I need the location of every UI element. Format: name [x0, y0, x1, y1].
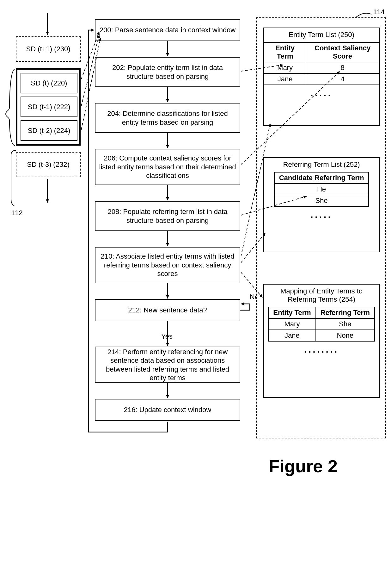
sd-row-0-label: SD (t) (220) — [31, 79, 67, 88]
mapping-cell: Mary — [268, 318, 315, 330]
entity-term-header-1: Context Saliency Score — [306, 42, 379, 62]
referring-term-table: Candidate Referring Term He She — [274, 172, 369, 207]
mapping-dots: ........ — [264, 345, 379, 355]
sd-row-2: SD (t-2) (224) — [21, 120, 77, 141]
step-202-text: 202: Populate entity term list in data s… — [99, 63, 236, 81]
table-row: Jane None — [268, 330, 374, 341]
sd-row-1: SD (t-1) (222) — [21, 97, 77, 117]
mapping-panel: Mapping of Entity Terms to Referring Ter… — [263, 284, 380, 398]
referring-term-cell: She — [274, 195, 369, 206]
data-structure-panel: Entity Term List (250) Entity Term Conte… — [256, 17, 386, 438]
step-202: 202: Populate entity term list in data s… — [95, 57, 240, 87]
referring-term-cell: He — [274, 184, 369, 195]
sd-row-1-label: SD (t-1) (222) — [28, 103, 70, 111]
figure-label: Figure 2 — [269, 456, 338, 476]
sd-t-plus-1: SD (t+1) (230) — [16, 36, 81, 62]
entity-list-dots: ..... — [264, 88, 379, 98]
entity-term-list-panel: Entity Term List (250) Entity Term Conte… — [263, 28, 380, 126]
step-212: 212: New sentence data? — [95, 299, 240, 321]
sd-t-minus-3: SD (t-3) (232) — [16, 152, 81, 177]
mapping-table: Entity Term Referring Term Mary She Jane… — [268, 307, 375, 342]
entity-term-list-title: Entity Term List (250) — [264, 31, 379, 39]
window-callout-label: 112 — [11, 209, 23, 217]
entity-score-cell: 4 — [306, 73, 379, 85]
referring-term-list-title: Referring Term List (252) — [264, 160, 379, 169]
step-206-text: 206: Compute context saliency scores for… — [99, 154, 236, 180]
entity-term-cell: Mary — [264, 62, 306, 73]
step-212-text: 212: New sentence data? — [128, 306, 207, 315]
entity-score-cell: 8 — [306, 62, 379, 73]
referring-term-list-panel: Referring Term List (252) Candidate Refe… — [263, 157, 380, 252]
sd-t-plus-1-label: SD (t+1) (230) — [26, 45, 70, 53]
table-row: Mary She — [268, 318, 374, 330]
sd-row-0: SD (t) (220) — [21, 73, 77, 93]
entity-term-header-0: Entity Term — [264, 42, 306, 62]
step-214-text: 214: Perform entity referencing for new … — [99, 348, 236, 382]
mapping-header-0: Entity Term — [268, 307, 315, 318]
sd-row-2-label: SD (t-2) (224) — [28, 126, 70, 135]
step-216-text: 216: Update context window — [124, 405, 211, 414]
mapping-header-1: Referring Term — [316, 307, 375, 318]
yes-label: Yes — [161, 332, 173, 341]
mapping-cell: None — [316, 330, 375, 341]
step-208-text: 208: Populate referring term list in dat… — [99, 207, 236, 225]
context-window-box: SD (t) (220) SD (t-1) (222) SD (t-2) (22… — [16, 68, 81, 146]
entity-term-cell: Jane — [264, 73, 306, 85]
sd-t-minus-3-label: SD (t-3) (232) — [27, 160, 69, 169]
table-row: He — [274, 184, 369, 195]
mapping-cell: She — [316, 318, 375, 330]
mapping-title: Mapping of Entity Terms to Referring Ter… — [264, 287, 379, 304]
referring-term-header: Candidate Referring Term — [274, 172, 369, 184]
table-row: She — [274, 195, 369, 206]
step-206: 206: Compute context saliency scores for… — [95, 149, 240, 185]
step-208: 208: Populate referring term list in dat… — [95, 201, 240, 231]
step-210: 210: Associate listed entity terms with … — [95, 247, 240, 283]
step-214: 214: Perform entity referencing for new … — [95, 347, 240, 383]
table-row: Jane 4 — [264, 73, 379, 85]
step-210-text: 210: Associate listed entity terms with … — [99, 252, 236, 278]
mapping-cell: Jane — [268, 330, 315, 341]
step-200-text: 200: Parse sentence data in context wind… — [100, 26, 236, 35]
figure-canvas: SD (t+1) (230) SD (t) (220) SD (t-1) (22… — [0, 0, 392, 584]
table-row: Mary 8 — [264, 62, 379, 73]
step-204-text: 204: Determine classifications for liste… — [99, 109, 236, 127]
data-structure-callout-label: 114 — [373, 8, 385, 16]
step-200: 200: Parse sentence data in context wind… — [95, 19, 240, 41]
step-216: 216: Update context window — [95, 399, 240, 421]
referring-list-dots: ..... — [264, 210, 379, 220]
step-204: 204: Determine classifications for liste… — [95, 103, 240, 133]
entity-term-table: Entity Term Context Saliency Score Mary … — [264, 42, 379, 85]
